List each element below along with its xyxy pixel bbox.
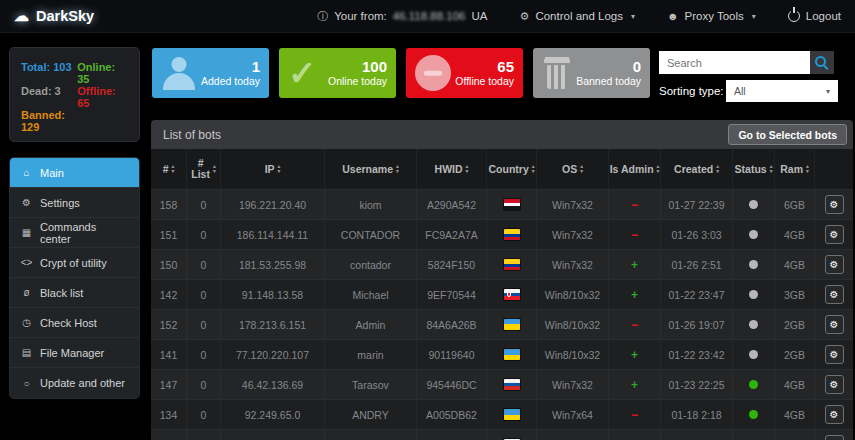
cell-status xyxy=(733,370,775,399)
column-header-ram[interactable]: Ram▴▾ xyxy=(775,149,815,189)
search-icon xyxy=(815,56,826,67)
brand-logo[interactable]: ☁ DarkSky xyxy=(14,7,94,25)
cell-username: ANDRY xyxy=(325,400,417,429)
cell-ram: 4GB xyxy=(775,430,815,440)
cell-created: 01-22 23:42 xyxy=(661,340,733,369)
cell-status xyxy=(733,190,775,219)
row-settings-button[interactable]: ⚙ xyxy=(825,195,844,214)
row-settings-button[interactable]: ⚙ xyxy=(825,405,844,424)
table-row[interactable]: 147046.42.136.69Tarasov945446DCWin7x32+0… xyxy=(151,370,853,400)
cell-id: 151 xyxy=(151,220,187,249)
table-header-row: #▴▾# List▴▾IP▴▾Username▴▾HWID▴▾Country▴▾… xyxy=(151,149,853,190)
sidebar-item-commands-center[interactable]: ▦Commands center xyxy=(10,218,139,248)
row-settings-button[interactable]: ⚙ xyxy=(825,285,844,304)
column-header-list[interactable]: # List▴▾ xyxy=(187,149,221,189)
brand-name: DarkSky xyxy=(36,8,94,24)
cell-created: 01-18 2:18 xyxy=(661,400,733,429)
cell-hwid: 945446DC xyxy=(417,370,487,399)
cell-username: contador xyxy=(325,250,417,279)
admin-plus-icon: + xyxy=(631,348,638,362)
cell-ip: 92.249.65.0 xyxy=(221,400,325,429)
search-box xyxy=(659,51,834,74)
table-row[interactable]: 142091.148.13.58Michael9EF70544Win8/10x3… xyxy=(151,280,853,310)
card-label: Banned today xyxy=(576,75,641,88)
sidebar-item-main[interactable]: ⌂Main xyxy=(10,158,139,188)
cell-os: Win7x32 xyxy=(537,190,609,219)
cell-os: Win7x32 xyxy=(537,370,609,399)
table-row[interactable]: 134092.249.65.0ANDRYA005DB62Win7x64−01-1… xyxy=(151,400,853,430)
cell-os: Win7x64 xyxy=(537,400,609,429)
table-row[interactable]: 1500181.53.255.98contador5824F150Win7x32… xyxy=(151,250,853,280)
cell-created: 01-27 22:39 xyxy=(661,190,733,219)
cell-id: 152 xyxy=(151,310,187,339)
admin-minus-icon: − xyxy=(631,228,638,242)
cell-country xyxy=(487,400,537,429)
cell-ip: 91.148.13.58 xyxy=(221,280,325,309)
row-settings-button[interactable]: ⚙ xyxy=(825,435,844,440)
sidebar-item-update-and-other[interactable]: ○Update and other xyxy=(10,368,139,398)
cell-hwid: 5824F150 xyxy=(417,250,487,279)
cell-actions: ⚙ xyxy=(815,220,853,249)
sidebar-item-check-host[interactable]: ◷Check Host xyxy=(10,308,139,338)
cell-username: Michael xyxy=(325,280,417,309)
column-header-num[interactable]: #▴▾ xyxy=(151,149,187,189)
card-online-today: ✓ 100Online today xyxy=(279,48,396,98)
circle-icon: ○ xyxy=(20,378,33,389)
stat-banned: Banned: 129 xyxy=(21,109,77,133)
row-settings-button[interactable]: ⚙ xyxy=(825,225,844,244)
table-body: 1580196.221.20.40kiomA290A542Win7x32−01-… xyxy=(151,190,853,440)
search-input[interactable] xyxy=(659,51,810,74)
row-settings-button[interactable]: ⚙ xyxy=(825,345,844,364)
cell-ram: 6GB xyxy=(775,190,815,219)
go-to-selected-bots-button[interactable]: Go to Selected bots xyxy=(728,124,847,145)
column-header-is-admin[interactable]: Is Admin▴▾ xyxy=(609,149,661,189)
cell-id: 142 xyxy=(151,280,187,309)
your-from-info: ⓘ Your from: 46.118.88.106 UA xyxy=(317,9,487,24)
table-row[interactable]: 1520178.213.6.151Admin84A6A26BWin8/10x32… xyxy=(151,310,853,340)
status-dot-gray xyxy=(749,350,758,359)
table-row[interactable]: 141077.120.220.107marin90119640Win8/10x3… xyxy=(151,340,853,370)
sidebar-item-label: Check Host xyxy=(40,317,97,329)
cell-id: 134 xyxy=(151,400,187,429)
column-header-ip[interactable]: IP▴▾ xyxy=(221,149,325,189)
sort-icon: ▴▾ xyxy=(716,164,719,173)
column-header-created[interactable]: Created▴▾ xyxy=(661,149,733,189)
search-button[interactable] xyxy=(810,51,834,74)
sorting-type-select[interactable]: All ▾ xyxy=(726,80,838,102)
logout-button[interactable]: Logout xyxy=(788,10,841,22)
sidebar-item-black-list[interactable]: øBlack list xyxy=(10,278,139,308)
proxy-face-icon: ☻ xyxy=(667,10,679,22)
co-flag-icon xyxy=(504,259,520,270)
cell-username: marin xyxy=(325,340,417,369)
column-header-os[interactable]: OS▴▾ xyxy=(537,149,609,189)
admin-plus-icon: + xyxy=(631,258,638,272)
table-row[interactable]: 1580196.221.20.40kiomA290A542Win7x32−01-… xyxy=(151,190,853,220)
control-and-logs-menu[interactable]: ⚙ Control and Logs ▾ xyxy=(520,10,635,23)
control-and-logs-label: Control and Logs xyxy=(535,10,623,22)
sidebar-item-crypt-of-utility[interactable]: <>Crypt of utility xyxy=(10,248,139,278)
column-header-status[interactable]: Status▴▾ xyxy=(733,149,775,189)
card-label: Offline today xyxy=(455,75,514,88)
column-header-hwid[interactable]: HWID▴▾ xyxy=(417,149,487,189)
row-settings-button[interactable]: ⚙ xyxy=(825,315,844,334)
sort-icon: ▴▾ xyxy=(172,164,175,173)
cell-country xyxy=(487,220,537,249)
cell-username: Gilm xyxy=(325,430,417,440)
cell-username: Tarasov xyxy=(325,370,417,399)
column-header-country[interactable]: Country▴▾ xyxy=(487,149,537,189)
cell-ip: 196.221.20.40 xyxy=(221,190,325,219)
column-header-username[interactable]: Username▴▾ xyxy=(325,149,417,189)
table-row[interactable]: 1510186.114.144.11CONTADORFC9A2A7AWin7x3… xyxy=(151,220,853,250)
cell-hwid: 84A6A26B xyxy=(417,310,487,339)
row-settings-button[interactable]: ⚙ xyxy=(825,255,844,274)
status-dot-green xyxy=(749,410,758,419)
cell-is-admin: + xyxy=(609,340,661,369)
cell-ram: 4GB xyxy=(775,250,815,279)
cell-is-admin: + xyxy=(609,370,661,399)
table-row[interactable]: 1370109.252.59.99Gilm536A5A44Win7x64−01-… xyxy=(151,430,853,440)
sk-flag-icon xyxy=(504,289,520,300)
sidebar-item-settings[interactable]: ⚙Settings xyxy=(10,188,139,218)
row-settings-button[interactable]: ⚙ xyxy=(825,375,844,394)
proxy-tools-menu[interactable]: ☻ Proxy Tools ▾ xyxy=(667,10,756,22)
sidebar-item-file-manager[interactable]: ▤File Manager xyxy=(10,338,139,368)
